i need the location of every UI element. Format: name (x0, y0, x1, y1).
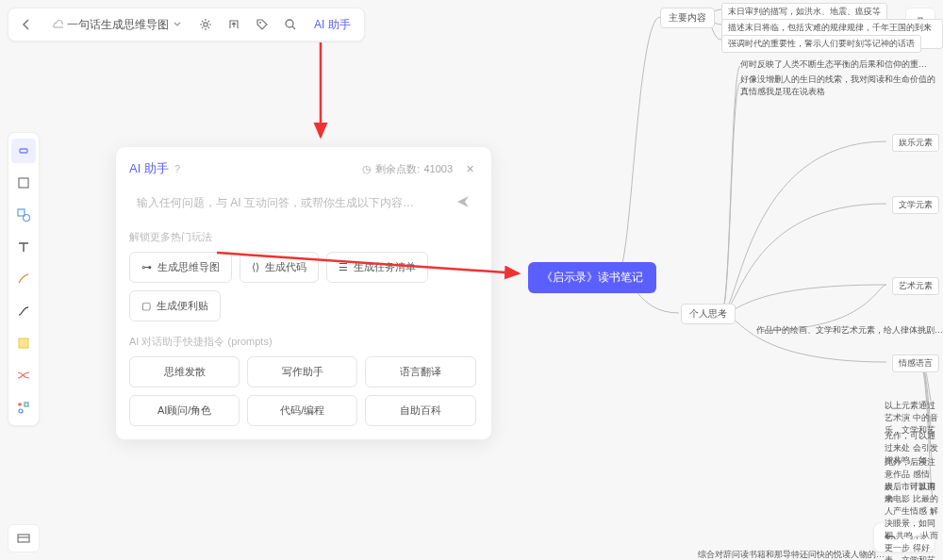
connector-tool[interactable] (11, 299, 36, 323)
leaf[interactable]: 何时反映了人类不断生态平衡的后果和信仰的重要性 (740, 58, 929, 71)
chip-mindmap[interactable]: ⊶生成思维导图 (129, 252, 232, 283)
search-button[interactable] (278, 12, 303, 37)
help-icon[interactable]: ? (174, 163, 180, 174)
branch-main-content[interactable]: 主要内容 (660, 8, 715, 28)
more-shapes-tool[interactable] (11, 395, 36, 420)
mindmap-root-node[interactable]: 《启示录》读书笔记 (528, 262, 656, 293)
points-counter: ◷ 剩余点数: 41003 (362, 162, 453, 176)
ai-assistant-panel: AI 助手 ? ◷ 剩余点数: 41003 ✕ 解锁更多热门玩法 ⊶生成思维导图… (115, 146, 492, 440)
back-button[interactable] (14, 12, 39, 37)
prompt-translate[interactable]: 语言翻译 (365, 356, 475, 387)
annotation-arrow-1 (236, 38, 424, 151)
svg-point-10 (19, 409, 23, 413)
code-icon: ⟨⟩ (252, 261, 259, 273)
text-tool[interactable] (11, 235, 36, 259)
leaf[interactable]: 作品中的绘画、文学和艺术元素，给人律体挑剧的情感感受 (756, 324, 943, 337)
sub-literature[interactable]: 文学元素 (892, 196, 939, 214)
chevron-down-icon (173, 18, 182, 31)
chip-tasklist[interactable]: ☰生成任务清单 (326, 252, 428, 283)
svg-point-2 (286, 20, 293, 27)
svg-rect-6 (18, 209, 25, 216)
sticky-icon: ▢ (141, 300, 151, 312)
svg-point-7 (24, 215, 30, 222)
tag-button[interactable] (250, 12, 274, 37)
ai-assistant-button[interactable]: AI 助手 (306, 13, 358, 37)
export-button[interactable] (222, 12, 246, 37)
close-button[interactable]: ✕ (462, 163, 478, 175)
mindmap-icon: ⊶ (141, 261, 152, 273)
sub-entertainment[interactable]: 娱乐元素 (892, 134, 939, 152)
top-toolbar: 一句话生成思维导图 AI 助手 (8, 8, 365, 41)
svg-point-1 (259, 22, 261, 24)
sub-emotion[interactable]: 情感语言 (892, 354, 939, 372)
ai-prompt-input[interactable] (137, 196, 448, 209)
pen-tool[interactable] (11, 267, 36, 291)
sub-art[interactable]: 艺术元素 (892, 277, 939, 295)
svg-rect-9 (25, 403, 28, 406)
svg-rect-8 (19, 338, 28, 348)
svg-rect-5 (19, 178, 28, 188)
document-title[interactable]: 一句话生成思维导图 (42, 13, 190, 37)
list-icon: ☰ (339, 261, 348, 273)
leaf[interactable]: 娱后，可以调动电影 比最的人产生情感 解决眼景，如同期 共鸣，从而更一步 得好表… (885, 481, 943, 560)
prompt-chips: 思维发散 写作助手 语言翻译 AI顾问/角色 代码/编程 自助百科 (129, 356, 478, 426)
leaf[interactable]: 好像没增删人的生日的线索，我对阅读和生命价值的真情感我是现在说表格 (740, 74, 938, 98)
hot-section-label: 解锁更多热门玩法 (129, 230, 478, 244)
leaf[interactable]: 强调时代的重要性，警示人们要时刻等记神的话语 (721, 35, 921, 53)
prompt-role[interactable]: AI顾问/角色 (129, 395, 240, 426)
chip-code[interactable]: ⟨⟩生成代码 (240, 252, 319, 283)
cloud-icon (50, 17, 63, 33)
hot-chips: ⊶生成思维导图 ⟨⟩生成代码 ☰生成任务清单 ▢生成便利贴 (129, 252, 478, 321)
prompt-writing[interactable]: 写作助手 (247, 356, 357, 387)
svg-rect-4 (20, 149, 27, 153)
sticky-tool[interactable] (11, 331, 36, 355)
shape-tool[interactable] (11, 203, 36, 227)
prompt-wiki[interactable]: 自助百科 (365, 395, 475, 426)
prompt-diverge[interactable]: 思维发散 (129, 356, 240, 387)
clock-icon: ◷ (362, 163, 372, 175)
ai-input-row (129, 189, 478, 217)
tool-sidebar (8, 132, 40, 426)
svg-rect-11 (18, 535, 29, 542)
frame-tool[interactable] (11, 171, 36, 195)
chip-sticky[interactable]: ▢生成便利贴 (129, 290, 221, 321)
prompt-code[interactable]: 代码/编程 (247, 395, 357, 426)
leaf-bottom[interactable]: 综合对辞问读书籍和那导特还问快的悦读人物的图，学习和者拥抱这里 (698, 549, 886, 560)
prompts-section-label: AI 对话助手快捷指令 (prompts) (129, 335, 478, 349)
layers-button[interactable] (8, 524, 40, 552)
branch-personal-thoughts[interactable]: 个人思考 (681, 304, 736, 324)
title-text: 一句话生成思维导图 (67, 17, 169, 33)
ai-panel-title: AI 助手 ? (129, 160, 180, 177)
send-button[interactable] (455, 194, 471, 211)
settings-button[interactable] (193, 12, 218, 37)
select-tool[interactable] (11, 139, 36, 163)
shuffle-tool[interactable] (11, 363, 36, 387)
svg-point-0 (204, 23, 207, 26)
mindmap-canvas[interactable]: 《启示录》读书笔记 主要内容 末日审判的描写，如洪水、地震、瘟疫等 描述末日将临… (528, 0, 943, 560)
